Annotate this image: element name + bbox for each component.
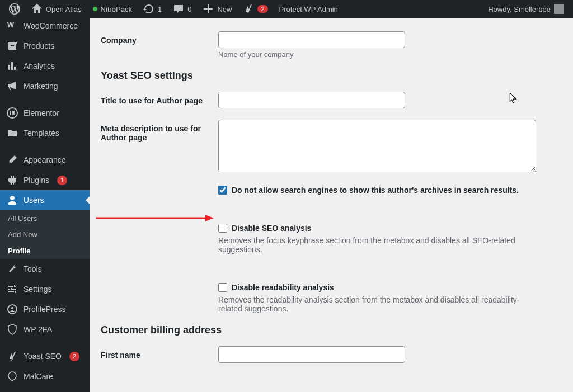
company-input[interactable]	[218, 31, 405, 48]
sidebar-item-label: Marketing	[24, 82, 58, 91]
sidebar-item-marketing[interactable]: Marketing	[0, 76, 90, 96]
sidebar-item-label: Products	[24, 41, 54, 50]
updates-count: 1	[158, 5, 162, 13]
greeting: Howdy, Smellerbee	[488, 5, 551, 13]
noindex-checkbox[interactable]	[218, 186, 227, 195]
sidebar-item-label: Yoast SEO	[24, 352, 62, 361]
billing-heading: Customer billing address	[101, 324, 562, 336]
new-content-link[interactable]: New	[198, 0, 236, 18]
sliders-icon	[7, 284, 18, 295]
submenu-add-new-user[interactable]: Add New	[0, 226, 90, 243]
site-name: Open Atlas	[46, 5, 82, 13]
comments-count: 0	[187, 5, 191, 13]
sidebar-item-plugins[interactable]: Plugins 1	[0, 170, 90, 190]
yoast-icon	[7, 351, 18, 362]
sidebar-item-label: WP 2FA	[24, 325, 52, 334]
sidebar-item-mailoptin[interactable]: MailOptin	[0, 386, 90, 392]
yoast-link[interactable]: 2	[238, 0, 272, 18]
admin-sidebar: WooCommerce Products Analytics Marketing…	[0, 18, 90, 392]
sidebar-item-label: ProfilePress	[24, 305, 65, 314]
sidebar-item-yoast[interactable]: Yoast SEO 2	[0, 346, 90, 366]
first-name-input[interactable]	[218, 346, 405, 363]
sidebar-item-profilepress[interactable]: ProfilePress	[0, 299, 90, 319]
nitropack-label: NitroPack	[101, 5, 132, 13]
author-title-label: Title to use for Author page	[101, 92, 218, 105]
plugins-badge: 1	[57, 176, 67, 185]
plugin-icon	[7, 174, 18, 186]
sidebar-item-label: Settings	[24, 285, 52, 294]
field-company: Company Name of your company	[101, 31, 562, 59]
svg-point-2	[11, 307, 13, 309]
sidebar-item-products[interactable]: Products	[0, 36, 90, 56]
megaphone-icon	[7, 81, 18, 92]
disable-seo-desc: Removes the focus keyphrase section from…	[218, 236, 543, 254]
protect-admin-link[interactable]: Protect WP Admin	[275, 0, 342, 18]
sidebar-item-label: Users	[24, 196, 44, 205]
sidebar-item-elementor[interactable]: Elementor	[0, 103, 90, 123]
submenu-all-users[interactable]: All Users	[0, 210, 90, 226]
author-meta-label: Meta description to use for Author page	[101, 120, 218, 142]
archive-icon	[7, 40, 18, 51]
users-submenu: All Users Add New Profile	[0, 210, 90, 259]
chart-icon	[7, 60, 18, 72]
yoast-badge: 2	[257, 5, 267, 13]
field-noindex: Do not allow search engines to show this…	[101, 186, 562, 195]
status-dot-icon	[93, 7, 97, 11]
comment-icon	[173, 3, 184, 15]
protect-label: Protect WP Admin	[279, 5, 338, 13]
brush-icon	[7, 154, 18, 166]
sidebar-item-label: Appearance	[24, 155, 66, 164]
sidebar-item-label: Analytics	[24, 62, 55, 70]
site-name-link[interactable]: Open Atlas	[27, 0, 86, 18]
author-title-input[interactable]	[218, 92, 405, 108]
sidebar-item-label: Plugins	[24, 176, 49, 185]
field-author-title: Title to use for Author page	[101, 92, 562, 108]
account-link[interactable]: Howdy, Smellerbee	[483, 0, 569, 18]
disable-readability-checkbox[interactable]	[218, 283, 227, 292]
first-name-label: First name	[101, 346, 218, 360]
sidebar-item-settings[interactable]: Settings	[0, 279, 90, 299]
plus-icon	[203, 3, 214, 15]
malcare-icon	[7, 371, 18, 382]
wordpress-icon	[9, 3, 20, 15]
admin-toolbar: Open Atlas NitroPack 1 0 New	[0, 0, 573, 18]
adminbar-left: Open Atlas NitroPack 1 0 New	[4, 0, 342, 18]
noindex-label[interactable]: Do not allow search engines to show this…	[232, 186, 519, 195]
yoast-badge: 2	[69, 352, 79, 361]
author-meta-textarea[interactable]	[218, 120, 536, 172]
sidebar-item-analytics[interactable]: Analytics	[0, 56, 90, 76]
yoast-heading: Yoast SEO settings	[101, 70, 562, 82]
disable-seo-checkbox[interactable]	[218, 224, 227, 233]
updates-link[interactable]: 1	[139, 0, 166, 18]
user-icon	[7, 195, 18, 206]
sidebar-item-wp2fa[interactable]: WP 2FA	[0, 319, 90, 339]
folder-icon	[7, 127, 18, 139]
sidebar-item-tools[interactable]: Tools	[0, 259, 90, 279]
sidebar-item-woocommerce[interactable]: WooCommerce	[0, 18, 90, 36]
adminbar-right: Howdy, Smellerbee	[483, 0, 569, 18]
sidebar-item-label: Templates	[24, 129, 59, 138]
comments-link[interactable]: 0	[168, 0, 196, 18]
home-icon	[31, 3, 43, 15]
sidebar-item-label: MalCare	[24, 372, 53, 381]
submenu-profile[interactable]: Profile	[0, 243, 90, 259]
company-description: Name of your company	[218, 50, 562, 59]
update-icon	[143, 3, 154, 15]
nitropack-link[interactable]: NitroPack	[88, 0, 137, 18]
sidebar-item-label: Tools	[24, 265, 42, 273]
avatar	[554, 4, 564, 14]
wp-logo-menu[interactable]	[4, 0, 25, 18]
shield-icon	[7, 324, 18, 335]
sidebar-item-users[interactable]: Users	[0, 190, 90, 210]
wrench-icon	[7, 263, 18, 275]
field-disable-seo: Disable SEO analysis Removes the focus k…	[101, 224, 562, 254]
sidebar-item-appearance[interactable]: Appearance	[0, 150, 90, 170]
field-author-meta: Meta description to use for Author page	[101, 120, 562, 174]
disable-readability-label[interactable]: Disable readability analysis	[232, 283, 334, 292]
disable-readability-desc: Removes the readability analysis section…	[218, 295, 543, 313]
sidebar-item-templates[interactable]: Templates	[0, 123, 90, 143]
disable-seo-label[interactable]: Disable SEO analysis	[232, 224, 311, 233]
elementor-icon	[7, 107, 18, 119]
sidebar-item-malcare[interactable]: MalCare	[0, 366, 90, 386]
sidebar-item-label: Elementor	[24, 108, 59, 117]
